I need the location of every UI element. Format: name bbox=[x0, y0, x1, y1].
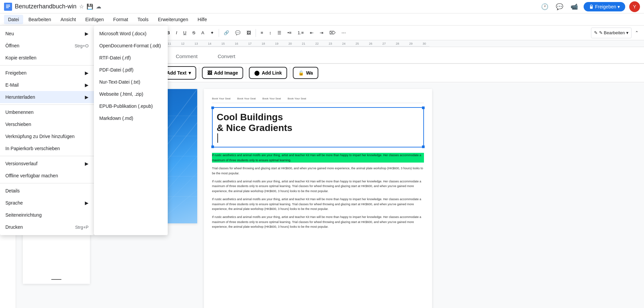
menu-herunterladen[interactable]: Herunterladen ▶ bbox=[0, 91, 94, 103]
share-label: Freigeben bbox=[595, 4, 616, 9]
strikethrough-btn[interactable]: S bbox=[190, 28, 198, 38]
menu-umbenennen-label: Umbenennen bbox=[5, 109, 34, 115]
image-btn[interactable]: 🖼 bbox=[244, 28, 254, 38]
underline-btn[interactable]: U bbox=[180, 28, 189, 38]
download-txt[interactable]: Nur-Text-Datei (.txt) bbox=[94, 76, 168, 88]
menu-verschieben-label: Verschieben bbox=[5, 122, 31, 127]
menu-sprache-arrow: ▶ bbox=[85, 200, 89, 206]
menu-item-tools[interactable]: Tools bbox=[133, 15, 153, 24]
watermark-icon: 🔒 bbox=[298, 70, 304, 76]
file-menu-overlay: Neu ▶ Öffnen Strg+O Kopie erstellen Frei… bbox=[0, 26, 168, 235]
download-epub[interactable]: EPUB-Publikation (.epub) bbox=[94, 100, 168, 112]
menu-verschieben[interactable]: Verschieben bbox=[0, 118, 94, 130]
menu-item-datei[interactable]: Datei bbox=[4, 15, 23, 24]
download-rtf[interactable]: RTF-Datei (.rtf) bbox=[94, 52, 168, 64]
svg-text:11: 11 bbox=[168, 42, 171, 45]
menu-umbenennen[interactable]: Umbenennen bbox=[0, 106, 94, 118]
top-nav: Home Edit Comment Convert bbox=[103, 47, 644, 64]
video-icon[interactable]: 📹 bbox=[569, 1, 580, 12]
file-menu: Neu ▶ Öffnen Strg+O Kopie erstellen Frei… bbox=[0, 26, 94, 235]
menu-email-label: E-Mail bbox=[5, 82, 19, 88]
collapse-toolbar-btn[interactable]: ⌃ bbox=[632, 28, 641, 38]
menu-sprache[interactable]: Sprache ▶ bbox=[0, 197, 94, 209]
menu-item-erweiterungen[interactable]: Erweiterungen bbox=[154, 15, 192, 24]
add-image-btn[interactable]: 🖼 Add Image bbox=[202, 67, 244, 79]
download-word[interactable]: Microsoft Word (.docx) bbox=[94, 28, 168, 40]
menu-kopie[interactable]: Kopie erstellen bbox=[0, 52, 94, 64]
chat-icon[interactable]: 💬 bbox=[554, 1, 565, 12]
menu-freigeben[interactable]: Freigeben ▶ bbox=[0, 67, 94, 79]
menu-details[interactable]: Details bbox=[0, 185, 94, 197]
clear-format-btn[interactable]: ⌦ bbox=[327, 28, 338, 38]
indent-increase-btn[interactable]: ⇥ bbox=[317, 28, 326, 38]
menu-seiteneinrichtung[interactable]: Seiteneinrichtung bbox=[0, 209, 94, 221]
add-image-icon: 🖼 bbox=[207, 70, 212, 76]
menu-versionsverlauf[interactable]: Versionsverlauf ▶ bbox=[0, 158, 94, 170]
doc-title: Benutzerhandbuch-win bbox=[15, 3, 76, 10]
align-btn[interactable]: ≡ bbox=[258, 28, 266, 38]
checklist-btn[interactable]: ☰ bbox=[275, 28, 284, 38]
tab-convert[interactable]: Convert bbox=[208, 49, 246, 64]
link-btn[interactable]: 🔗 bbox=[221, 28, 232, 38]
ordered-list-btn[interactable]: 1.≡ bbox=[295, 28, 306, 38]
star-icon[interactable]: ☆ bbox=[79, 3, 84, 10]
menu-item-format[interactable]: Format bbox=[109, 15, 132, 24]
highlight-btn[interactable]: ✦ bbox=[208, 28, 217, 38]
menu-neu[interactable]: Neu ▶ bbox=[0, 28, 94, 40]
edit-mode-label: ✎ Bearbeiten bbox=[599, 30, 625, 35]
separator-4 bbox=[0, 183, 94, 183]
add-link-btn[interactable]: ⬤ Add Link bbox=[249, 67, 287, 79]
watermark-btn[interactable]: 🔒 Wa bbox=[293, 67, 318, 79]
bullet-list-btn[interactable]: •≡ bbox=[285, 28, 294, 38]
menu-email[interactable]: E-Mail ▶ bbox=[0, 79, 94, 91]
download-odt[interactable]: OpenDocument-Format (.odt) bbox=[94, 40, 168, 52]
svg-text:23: 23 bbox=[329, 42, 332, 45]
share-button[interactable]: Freigeben ▾ bbox=[584, 2, 625, 11]
handle-tr[interactable] bbox=[422, 106, 425, 109]
svg-rect-1 bbox=[6, 5, 10, 5]
svg-rect-3 bbox=[6, 7, 9, 8]
svg-text:18: 18 bbox=[262, 42, 265, 45]
menu-drucken[interactable]: Drucken Strg+P bbox=[0, 221, 94, 233]
handle-bl[interactable] bbox=[211, 145, 214, 148]
menu-item-bearbeiten[interactable]: Bearbeiten bbox=[24, 15, 55, 24]
save-status-icon: 💾 bbox=[87, 3, 93, 10]
title-bar-right: 🕐 💬 📹 Freigeben ▾ Y bbox=[539, 1, 640, 12]
edit-mode-dropdown-icon: ▾ bbox=[626, 30, 629, 35]
indent-decrease-btn[interactable]: ⇤ bbox=[307, 28, 316, 38]
handle-tl[interactable] bbox=[211, 106, 214, 109]
menu-papierkorb[interactable]: In Papierkorb verschieben bbox=[0, 142, 94, 155]
action-buttons-row: ✏ Edit All ▾ T Add Text ▾ 🖼 Add Image ⬤ … bbox=[103, 64, 644, 82]
handle-br[interactable] bbox=[422, 145, 425, 148]
edit-mode-btn[interactable]: ✎ ✎ Bearbeiten ▾ bbox=[591, 28, 632, 38]
menu-item-ansicht[interactable]: Ansicht bbox=[56, 15, 80, 24]
menu-öffnen[interactable]: Öffnen Strg+O bbox=[0, 40, 94, 52]
menu-öffnen-shortcut: Strg+O bbox=[74, 43, 89, 48]
svg-rect-4 bbox=[590, 6, 593, 9]
svg-text:24: 24 bbox=[342, 42, 345, 45]
comment-btn[interactable]: 💬 bbox=[232, 28, 243, 38]
tab-comment[interactable]: Comment bbox=[166, 49, 208, 64]
separator-2 bbox=[0, 104, 94, 105]
menu-offline[interactable]: Offline verfügbar machen bbox=[0, 170, 94, 182]
svg-text:21: 21 bbox=[302, 42, 305, 45]
menu-item-hilfe[interactable]: Hilfe bbox=[194, 15, 211, 24]
title-bar: Benutzerhandbuch-win ☆ 💾 ☁ 🕐 💬 📹 Freigeb… bbox=[0, 0, 644, 13]
text-color-btn[interactable]: A bbox=[199, 28, 207, 38]
history-icon[interactable]: 🕐 bbox=[539, 1, 550, 12]
line-spacing-btn[interactable]: ↕ bbox=[267, 28, 274, 38]
menu-verknüpfung[interactable]: Verknüpfung zu Drive hinzufügen bbox=[0, 130, 94, 142]
svg-text:29: 29 bbox=[409, 42, 413, 45]
more-btn[interactable]: ⋯ bbox=[339, 28, 348, 38]
svg-text:22: 22 bbox=[315, 42, 319, 45]
title-box[interactable]: Cool Buildings& Nice Gradients bbox=[212, 107, 424, 147]
body-para-3: If rustic aesthetics and animal motifs a… bbox=[212, 197, 424, 211]
download-md[interactable]: Markdown (.md) bbox=[94, 112, 168, 124]
menu-item-einfügen[interactable]: Einfügen bbox=[81, 15, 108, 24]
download-pdf[interactable]: PDF-Datei (.pdf) bbox=[94, 64, 168, 76]
menu-freigeben-label: Freigeben bbox=[5, 70, 26, 76]
download-html[interactable]: Webseite (.html, .zip) bbox=[94, 88, 168, 100]
page-number-line bbox=[51, 279, 61, 280]
menu-offline-label: Offline verfügbar machen bbox=[5, 173, 58, 178]
italic-btn[interactable]: I bbox=[173, 28, 180, 38]
